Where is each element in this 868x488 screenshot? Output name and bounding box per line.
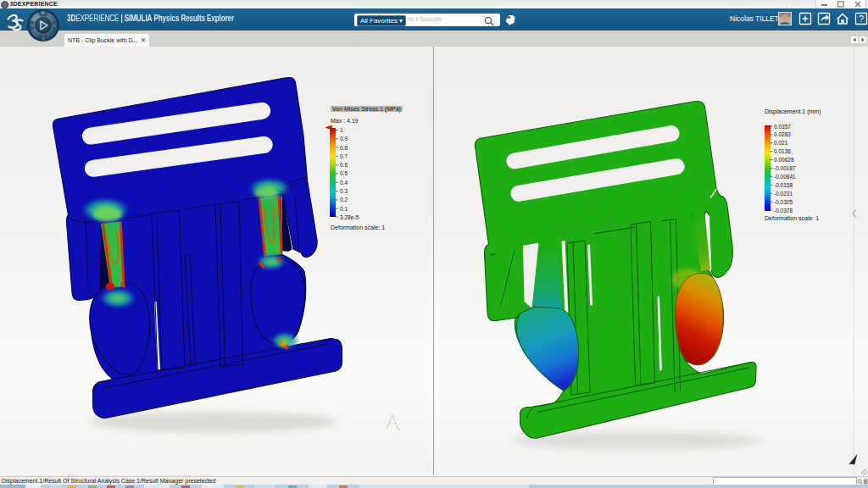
svg-text:S: S bbox=[42, 37, 45, 42]
svg-text:N: N bbox=[42, 11, 44, 15]
svg-text:E: E bbox=[53, 24, 56, 28]
svg-text:?: ? bbox=[859, 14, 864, 24]
